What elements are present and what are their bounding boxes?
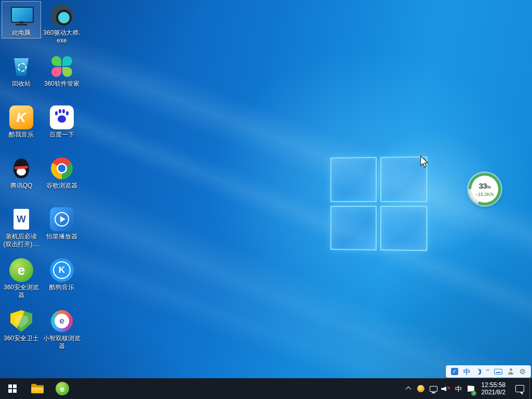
desktop-icon-grid: 此电脑 回收站 酷我音乐 腾讯QQ 装机后必读(双击打开).... 360安全浏… (1, 1, 82, 357)
desktop-icon-label: 小智双核浏览器 (43, 335, 81, 350)
gear-icon (50, 4, 74, 28)
desktop-icon-label: 360软件管家 (44, 80, 79, 88)
windows-logo-pane (380, 206, 427, 251)
play-button-icon (50, 207, 74, 231)
desktop-icon-kugou-music[interactable]: 酷狗音乐 (42, 256, 82, 307)
ime-settings-gear-icon[interactable] (519, 368, 526, 375)
tray-360-app-button[interactable] (415, 378, 427, 399)
ime-logo-icon[interactable] (451, 368, 458, 375)
desktop-icon-label: 360安全卫士 (4, 335, 39, 342)
system-tray: 中 ✓ 12:55:58 2021/8/2 (402, 378, 532, 399)
gold-ball-icon (417, 385, 424, 392)
desktop-icon-360-software-manager[interactable]: 360软件管家 (42, 52, 82, 103)
wired-network-icon (430, 386, 437, 392)
desktop-icon-readme[interactable]: 装机后必读(双击打开).... (1, 205, 42, 256)
qq-penguin-icon (9, 156, 33, 180)
ime-fullwidth-moon-icon[interactable] (475, 369, 481, 375)
ime-indicator-text: 中 (455, 385, 462, 392)
windows-logo-pane (330, 157, 377, 202)
ime-keyboard-icon[interactable] (494, 369, 502, 375)
xiaozhi-browser-icon (50, 309, 74, 333)
action-center-button[interactable] (510, 378, 529, 399)
net-widget-progress-ring: 33% ↓15.2K/s (469, 173, 501, 205)
desktop-icon-label: 腾讯QQ (10, 182, 33, 190)
desktop-icon-label: 回收站 (12, 80, 31, 88)
ime-punctuation-icon[interactable] (486, 369, 489, 375)
desktop-icon-label: 酷我音乐 (9, 131, 34, 139)
baidu-paw-icon (50, 105, 74, 129)
clock-time: 12:55:58 (481, 381, 506, 389)
desktop-icon-star-player[interactable]: 恒星播放器 (42, 205, 82, 256)
windows-start-icon (8, 384, 17, 393)
security-center-button[interactable]: ✓ (464, 378, 477, 399)
show-desktop-button[interactable] (529, 378, 532, 399)
desktop-icon-recycle-bin[interactable]: 回收站 (1, 52, 42, 103)
desktop-icon-360-guard[interactable]: 360安全卫士 (1, 307, 42, 357)
desktop-icon-label: 谷歌浏览器 (46, 182, 77, 190)
download-speed: ↓15.2K/s (475, 192, 494, 197)
360-browser-icon (9, 258, 33, 282)
desktop-icon-360-browser[interactable]: 360安全浏览器 (1, 256, 42, 307)
chevron-up-icon (406, 387, 411, 392)
ime-account-icon[interactable] (508, 368, 514, 375)
speaker-muted-icon (441, 385, 450, 392)
check-badge-icon: ✓ (471, 391, 476, 396)
360-guard-shield-icon (9, 309, 33, 333)
net-speed-float-widget[interactable]: 33% ↓15.2K/s (468, 172, 501, 206)
360-browser-icon (56, 382, 69, 395)
windows-logo-pane (330, 205, 377, 250)
volume-button[interactable] (440, 378, 452, 399)
taskbar-clock[interactable]: 12:55:58 2021/8/2 (477, 381, 510, 396)
360-browser-taskbar-button[interactable] (50, 378, 75, 399)
desktop-icon-label: 恒星播放器 (46, 233, 77, 241)
tray-expand-button[interactable] (402, 378, 415, 399)
clock-date: 2021/8/2 (481, 389, 506, 396)
desktop-icon-label: 此电脑 (12, 29, 31, 37)
desktop-icon-label: 酷狗音乐 (49, 284, 74, 291)
desktop-icon-label: 360驱动大师.exe (43, 29, 81, 45)
taskbar: 中 ✓ 12:55:58 2021/8/2 (0, 378, 532, 399)
desktop-icon-label: 百度一下 (49, 131, 74, 139)
recycle-bin-icon (9, 55, 33, 78)
kugou-icon (50, 258, 74, 282)
desktop-icon-label: 装机后必读(双击打开).... (3, 233, 40, 248)
desktop-icon-360-driver-master[interactable]: 360驱动大师.exe (42, 1, 82, 52)
readme-document-icon (9, 207, 33, 231)
file-explorer-button[interactable] (25, 378, 50, 399)
kuwo-music-icon (9, 105, 33, 129)
desktop-icon-this-pc[interactable]: 此电脑 (1, 1, 42, 52)
folder-icon (31, 384, 44, 393)
chrome-icon (50, 156, 74, 180)
desktop-icon-kuwo-music[interactable]: 酷我音乐 (1, 103, 42, 154)
this-pc-monitor-icon (9, 4, 33, 28)
wallpaper-windows-logo (330, 156, 428, 251)
pinwheel-icon (50, 55, 74, 78)
ime-indicator-button[interactable]: 中 (452, 378, 464, 399)
ime-language-mode-icon[interactable]: 中 (463, 368, 470, 375)
desktop-icon-baidu[interactable]: 百度一下 (42, 103, 82, 154)
ime-toolbar[interactable]: 中 (446, 365, 531, 378)
network-status-button[interactable] (427, 378, 440, 399)
notification-bubble-icon (515, 385, 524, 392)
desktop-icon-chrome[interactable]: 谷歌浏览器 (42, 154, 82, 205)
desktop-icon-label: 360安全浏览器 (3, 284, 40, 299)
desktop-icon-tencent-qq[interactable]: 腾讯QQ (1, 154, 42, 205)
start-button[interactable] (0, 378, 25, 399)
windows-logo-pane (380, 156, 427, 202)
usage-percent: 33% (478, 182, 490, 191)
desktop-icon-xiaozhi-browser[interactable]: 小智双核浏览器 (42, 307, 82, 357)
